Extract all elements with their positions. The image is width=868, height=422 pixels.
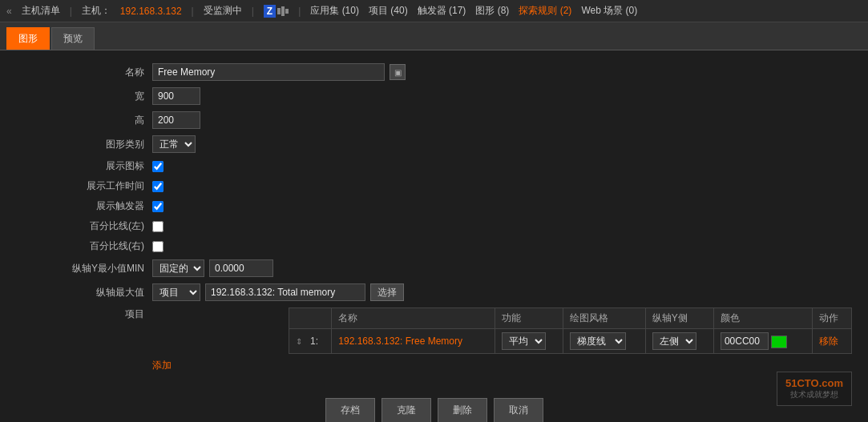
items-label: 项目 [16,307,144,321]
ymax-value-input[interactable] [205,283,365,301]
ymin-value-input[interactable] [209,259,273,277]
topbar: « 主机清单 | 主机： 192.168.3.132 | 受监测中 | Z | … [0,0,868,22]
col-color: 颜色 [713,308,812,329]
cell-sort: ⇕ 1: [289,329,332,354]
y-axis-select[interactable]: 左侧 [652,332,696,350]
main-content: 名称 ▣ 宽 高 图形类别 正常 展示图标 展示 [0,50,868,422]
percentile-right-row: 百分比线(右) [16,239,852,253]
topbar-arrows: « [6,6,12,17]
watermark-site: 51CTO.com [785,377,843,389]
percentile-left-checkbox[interactable] [152,221,164,232]
function-select[interactable]: 平均 [502,332,546,350]
ymax-control: 项目 选择 [152,283,404,301]
ymax-select-button[interactable]: 选择 [370,283,404,301]
cell-y-axis: 左侧 [645,329,713,354]
color-preview[interactable] [771,336,787,348]
topbar-home[interactable]: 主机清单 [22,4,60,18]
show-legend-row: 展示图标 [16,159,852,173]
items-row: 项目 名称 功能 绘图风格 纵轴Y侧 颜色 动作 [16,307,852,372]
sort-arrows-icon[interactable]: ⇕ [296,337,302,346]
height-control [152,111,200,129]
show-triggers-label: 展示触发器 [16,199,144,213]
topbar-host-label: 主机： [82,4,111,18]
items-table-container: 名称 功能 绘图风格 纵轴Y侧 颜色 动作 ⇕ [152,307,852,372]
cell-action: 移除 [813,329,852,354]
ymin-row: 纵轴Y最小值MIN 固定的 [16,259,852,277]
watermark: 51CTO.com 技术成就梦想 [777,372,852,406]
width-label: 宽 [16,90,144,103]
graph-type-select[interactable]: 正常 [152,135,196,153]
watermark-box: 51CTO.com 技术成就梦想 [777,372,852,406]
watermark-sub: 技术成就梦想 [785,389,843,400]
col-draw-style: 绘图风格 [563,308,645,329]
width-control [152,87,200,105]
show-triggers-row: 展示触发器 [16,199,852,213]
item-name-link[interactable]: 192.168.3.132: Free Memory [338,336,462,347]
height-label: 高 [16,114,144,127]
add-item-link[interactable]: 添加 [152,360,172,371]
ymin-type-select[interactable]: 固定的 [152,259,204,277]
tabbar: 图形 预览 [0,22,868,50]
copy-icon[interactable]: ▣ [390,64,406,80]
ymin-control: 固定的 [152,259,273,277]
graph-type-control: 正常 [152,135,196,153]
ymin-label: 纵轴Y最小值MIN [16,262,144,275]
zabbix-logo: Z [264,5,289,18]
tab-graph[interactable]: 图形 [6,27,50,50]
cell-function: 平均 [495,329,563,354]
clone-button[interactable]: 克隆 [382,398,431,422]
col-action: 动作 [813,308,852,329]
color-input[interactable] [721,332,769,350]
col-y-axis: 纵轴Y侧 [645,308,713,329]
percentile-left-label: 百分比线(左) [16,219,144,233]
width-input[interactable] [152,87,200,105]
col-name: 名称 [332,308,495,329]
table-header-row: 名称 功能 绘图风格 纵轴Y侧 颜色 动作 [289,308,852,329]
name-label: 名称 [16,66,144,79]
show-worktime-row: 展示工作时间 [16,179,852,193]
cell-name: 192.168.3.132: Free Memory [332,329,495,354]
graph-type-row: 图形类别 正常 [16,135,852,153]
name-row: 名称 ▣ [16,63,852,81]
draw-style-select[interactable]: 梯度线 [570,332,626,350]
cell-draw-style: 梯度线 [563,329,645,354]
items-section: 项目 名称 功能 绘图风格 纵轴Y侧 颜色 动作 [16,307,852,379]
width-row: 宽 [16,87,852,105]
ymax-type-select[interactable]: 项目 [152,283,200,301]
show-legend-label: 展示图标 [16,159,144,173]
topbar-monitored: 受监测中 [204,4,242,18]
percentile-right-control [152,241,164,252]
name-control: ▣ [152,63,406,81]
topbar-apps[interactable]: 应用集 (10) [310,4,359,18]
col-sort [289,308,332,329]
show-legend-checkbox[interactable] [152,161,164,172]
graph-type-label: 图形类别 [16,138,144,151]
show-worktime-label: 展示工作时间 [16,179,144,193]
col-function: 功能 [495,308,563,329]
height-row: 高 [16,111,852,129]
topbar-discovery[interactable]: 探索规则 (2) [519,4,571,18]
show-legend-control [152,161,164,172]
percentile-left-row: 百分比线(左) [16,219,852,233]
show-triggers-checkbox[interactable] [152,201,164,212]
save-button[interactable]: 存档 [325,398,375,422]
ymax-row: 纵轴最大值 项目 选择 [16,283,852,301]
topbar-graphs[interactable]: 图形 (8) [475,4,509,18]
name-input[interactable] [152,63,385,81]
topbar-items[interactable]: 项目 (40) [369,4,408,18]
table-row: ⇕ 1: 192.168.3.132: Free Memory 平均 [289,329,852,354]
topbar-host-ip[interactable]: 192.168.3.132 [120,6,182,17]
bottom-buttons: 存档 克隆 删除 取消 [16,385,852,422]
height-input[interactable] [152,111,200,129]
delete-button[interactable]: 删除 [438,398,487,422]
percentile-right-checkbox[interactable] [152,241,164,252]
show-triggers-control [152,201,164,212]
cancel-button[interactable]: 取消 [494,398,543,422]
topbar-web[interactable]: Web 场景 (0) [581,4,637,18]
topbar-triggers[interactable]: 触发器 (17) [418,4,466,18]
remove-link[interactable]: 移除 [819,336,838,347]
tab-preview[interactable]: 预览 [51,27,95,50]
add-item-container: 添加 [152,359,852,372]
percentile-right-label: 百分比线(右) [16,239,144,253]
show-worktime-checkbox[interactable] [152,181,164,192]
